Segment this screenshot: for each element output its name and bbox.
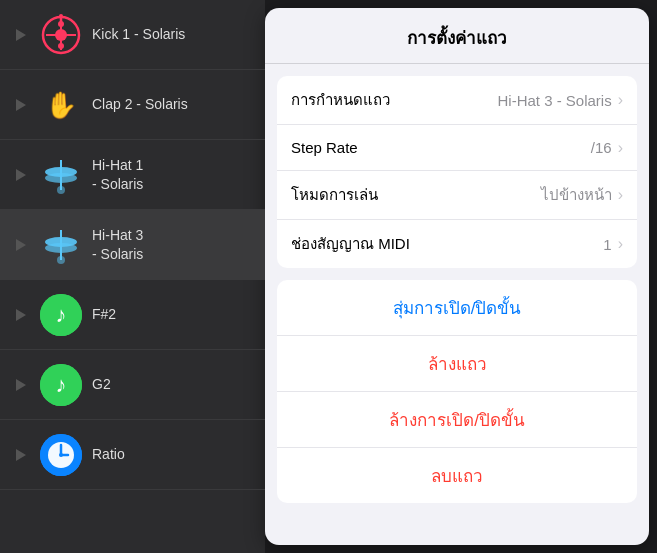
track-item-kick[interactable]: Kick 1 - Solaris [0, 0, 265, 70]
track-label-hihat3: Hi-Hat 3 - Solaris [92, 226, 143, 262]
play-button-clap[interactable] [10, 94, 32, 116]
track-label-ratio: Ratio [92, 445, 125, 463]
track-icon-clap: ✋ [40, 84, 82, 126]
svg-point-27 [59, 453, 63, 457]
settings-panel: การตั้งค่าแถว การกำหนดแถว Hi-Hat 3 - Sol… [265, 8, 649, 545]
play-button-f2[interactable] [10, 304, 32, 326]
randomize-action[interactable]: สุ่มการเปิด/ปิดขั้น [277, 280, 637, 336]
track-icon-hihat1 [40, 154, 82, 196]
play-mode-label: โหมดการเล่น [291, 183, 378, 207]
left-panel: Kick 1 - Solaris ✋ Clap 2 - Solaris [0, 0, 265, 553]
track-label-g2: G2 [92, 375, 111, 393]
svg-point-4 [55, 29, 67, 41]
play-button-kick[interactable] [10, 24, 32, 46]
track-def-value-container: Hi-Hat 3 - Solaris › [497, 91, 623, 109]
track-icon-f2: ♪ [40, 294, 82, 336]
midi-channel-value: 1 [603, 236, 611, 253]
track-def-value: Hi-Hat 3 - Solaris [497, 92, 611, 109]
delete-label: ลบแถว [431, 462, 483, 489]
play-button-g2[interactable] [10, 374, 32, 396]
track-item-hihat1[interactable]: Hi-Hat 1 - Solaris [0, 140, 265, 210]
settings-section: การกำหนดแถว Hi-Hat 3 - Solaris › Step Ra… [277, 76, 637, 268]
track-def-row[interactable]: การกำหนดแถว Hi-Hat 3 - Solaris › [277, 76, 637, 125]
chevron-icon-step-rate: › [618, 139, 623, 157]
midi-channel-label: ช่องสัญญาณ MIDI [291, 232, 410, 256]
play-button-hihat3[interactable] [10, 234, 32, 256]
track-icon-kick [40, 14, 82, 56]
play-mode-value-container: ไปข้างหน้า › [541, 183, 623, 207]
step-rate-row[interactable]: Step Rate /16 › [277, 125, 637, 171]
play-mode-row[interactable]: โหมดการเล่น ไปข้างหน้า › [277, 171, 637, 220]
clear-random-label: ล้างการเปิด/ปิดขั้น [389, 406, 525, 433]
chevron-icon-midi: › [618, 235, 623, 253]
play-mode-value: ไปข้างหน้า [541, 183, 612, 207]
chevron-icon-play-mode: › [618, 186, 623, 204]
clear-random-action[interactable]: ล้างการเปิด/ปิดขั้น [277, 392, 637, 448]
track-icon-hihat3 [40, 224, 82, 266]
clear-action[interactable]: ล้างแถว [277, 336, 637, 392]
svg-text:✋: ✋ [45, 89, 78, 121]
track-def-label: การกำหนดแถว [291, 88, 390, 112]
svg-text:♪: ♪ [56, 302, 67, 327]
step-rate-label: Step Rate [291, 139, 358, 156]
track-label-clap: Clap 2 - Solaris [92, 95, 188, 113]
track-label-kick: Kick 1 - Solaris [92, 25, 185, 43]
track-item-hihat3[interactable]: Hi-Hat 3 - Solaris [0, 210, 265, 280]
play-button-ratio[interactable] [10, 444, 32, 466]
track-label-hihat1: Hi-Hat 1 - Solaris [92, 156, 143, 192]
panel-title: การตั้งค่าแถว [265, 8, 649, 64]
track-icon-g2: ♪ [40, 364, 82, 406]
step-rate-value-container: /16 › [591, 139, 623, 157]
clear-label: ล้างแถว [428, 350, 487, 377]
track-label-f2: F#2 [92, 305, 116, 323]
play-button-hihat1[interactable] [10, 164, 32, 186]
chevron-icon-track-def: › [618, 91, 623, 109]
midi-channel-value-container: 1 › [603, 235, 623, 253]
svg-point-18 [57, 256, 65, 264]
svg-point-8 [59, 14, 63, 18]
svg-text:♪: ♪ [56, 372, 67, 397]
step-rate-value: /16 [591, 139, 612, 156]
track-item-g2[interactable]: ♪ G2 [0, 350, 265, 420]
randomize-label: สุ่มการเปิด/ปิดขั้น [393, 294, 522, 321]
track-item-f2[interactable]: ♪ F#2 [0, 280, 265, 350]
delete-action[interactable]: ลบแถว [277, 448, 637, 503]
svg-point-14 [57, 186, 65, 194]
actions-section: สุ่มการเปิด/ปิดขั้น ล้างแถว ล้างการเปิด/… [277, 280, 637, 503]
midi-channel-row[interactable]: ช่องสัญญาณ MIDI 1 › [277, 220, 637, 268]
svg-point-6 [58, 43, 64, 49]
track-icon-ratio [40, 434, 82, 476]
track-item-ratio[interactable]: Ratio [0, 420, 265, 490]
track-item-clap[interactable]: ✋ Clap 2 - Solaris [0, 70, 265, 140]
